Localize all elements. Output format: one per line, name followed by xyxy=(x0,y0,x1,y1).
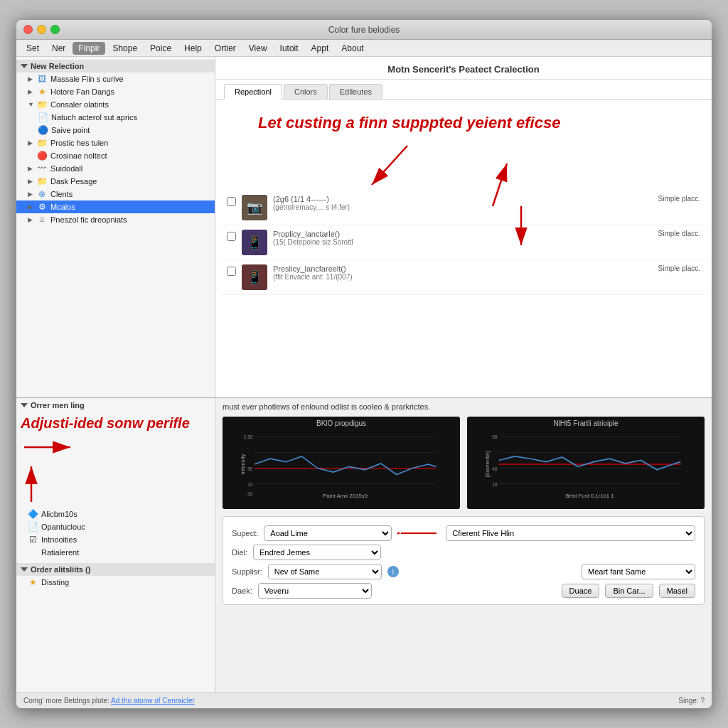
sidebar-item-suidodall[interactable]: ▶ 〰 Suidodall xyxy=(16,162,215,175)
sidebar-item-saive[interactable]: 🔵 Saive point xyxy=(16,124,215,136)
menu-item-ortier[interactable]: Ortier xyxy=(209,42,242,55)
item-text-2: Proplicy_lanctarle() (15( Detepoine siz … xyxy=(273,230,653,246)
expand-icon: ▶ xyxy=(28,88,35,95)
star-icon: ★ xyxy=(37,87,47,97)
arrow-label-select[interactable]: Cfierent Flive Hlin xyxy=(446,525,695,541)
list-row: 📱 Preslicy_lancfareelt() (ffit Envacle a… xyxy=(221,260,706,295)
svg-text:58: 58 xyxy=(492,434,498,439)
expand-icon: ▶ xyxy=(28,216,35,223)
svg-text:Intensity: Intensity xyxy=(240,454,246,474)
expand-icon: ▶ xyxy=(28,139,35,146)
chart1-title: BKlO propdigus xyxy=(225,419,457,427)
supplisr-label: Supplisr: xyxy=(232,567,262,576)
svg-text:-10: -10 xyxy=(246,491,253,496)
wave-icon: 〰 xyxy=(37,164,47,173)
diel-label: Diel: xyxy=(232,548,247,557)
sidebar-item-pneszol[interactable]: ▶ ≡ Pneszol fic dreopniats xyxy=(16,213,215,226)
menu-item-finpir[interactable]: Finpir xyxy=(73,42,105,55)
item-thumb-1: 📷 xyxy=(242,195,267,220)
expand-icon: ▶ xyxy=(28,75,35,82)
minimize-button[interactable] xyxy=(37,25,46,34)
expand-icon: ▶ xyxy=(28,203,35,210)
row-checkbox-2[interactable] xyxy=(227,232,236,241)
statusbar-text: Comg' more Betdngs plote: Ad tho atonw o… xyxy=(23,697,195,705)
circle-icon: ⊕ xyxy=(37,189,47,199)
daek-select[interactable]: Veveru xyxy=(258,583,372,599)
supect-select[interactable]: Aoad Lime xyxy=(264,525,392,541)
tab-edlleutes[interactable]: Edlleutes xyxy=(329,84,382,99)
bin-car-button[interactable]: Bin Car... xyxy=(605,584,653,598)
titlebar: Color fure belodies xyxy=(16,20,712,40)
sidebar-item-hotore[interactable]: ▶ ★ Hotore Fan Dangs xyxy=(16,85,215,98)
sidebar-item-consaler[interactable]: ▼ 📁 Consaler olatints xyxy=(16,98,215,111)
item-thumb-3: 📱 xyxy=(242,264,267,290)
duace-button[interactable]: Duace xyxy=(562,584,600,598)
sidebar-section2-header: Order alitsliits () xyxy=(16,563,215,576)
sidebar-item-crosinae[interactable]: 🔴 Crosinae noltect xyxy=(16,149,215,162)
maximize-button[interactable] xyxy=(50,25,60,34)
sidebar-item-dask[interactable]: ▶ 📁 Dask Pesage xyxy=(16,175,215,188)
svg-text:Paint Amo 2015s9: Paint Amo 2015s9 xyxy=(323,493,368,499)
sidebar-section-label: New Relection xyxy=(31,62,84,70)
menu-item-poice[interactable]: Poice xyxy=(144,42,177,55)
sidebar-item-rati[interactable]: Ratialerent xyxy=(16,546,215,559)
bottom-left-header: Orrer men ling xyxy=(16,398,215,412)
svg-text:90: 90 xyxy=(247,466,253,471)
sidebar-item-massale[interactable]: ▶ 🖼 Massale Fiin s curive xyxy=(16,73,215,85)
check-icon: ☑ xyxy=(28,535,38,545)
expand-icon: ▶ xyxy=(28,178,35,185)
sidebar-item-intn[interactable]: ☑ Intnooities xyxy=(16,533,215,546)
tab-repectionl[interactable]: Repectionl xyxy=(224,84,282,100)
arrow-indicator-3 xyxy=(500,199,542,258)
info-icon: i xyxy=(387,566,399,577)
star-icon: ★ xyxy=(28,577,38,587)
masel-button[interactable]: Masel xyxy=(659,584,695,598)
menu-item-appt[interactable]: Appt xyxy=(306,42,335,55)
sidebar-item-prostic[interactable]: ▶ 📁 Prostic hes tulen xyxy=(16,136,215,149)
menu-item-view[interactable]: View xyxy=(243,42,273,55)
row-checkbox-3[interactable] xyxy=(227,267,236,276)
supect-label: Supect: xyxy=(232,529,258,537)
menu-item-ner[interactable]: Ner xyxy=(46,42,71,55)
arrow-indicator xyxy=(358,139,414,198)
statusbar-link[interactable]: Ad tho atonw of Cenraicler xyxy=(111,697,195,705)
bottom-section: Orrer men ling Adjusti-ided sonw perifle xyxy=(16,398,712,692)
supplisr-select[interactable]: Nev of Same xyxy=(268,564,382,579)
svg-text:13: 13 xyxy=(247,482,253,487)
sidebar-item-clents[interactable]: ▶ ⊕ Clents xyxy=(16,188,215,200)
menu-item-shope[interactable]: Shope xyxy=(107,42,143,55)
daek-label: Daek: xyxy=(232,587,252,595)
folder-icon: 📁 xyxy=(37,100,47,109)
form-panel: Supect: Aoad Lime xyxy=(223,516,705,605)
sidebar-item-alicbm[interactable]: 🔷 Alicbm10s xyxy=(16,508,215,520)
row-checkbox-1[interactable] xyxy=(227,197,236,206)
diel-select[interactable]: Endred Jemes xyxy=(253,545,381,560)
menu-item-help[interactable]: Help xyxy=(178,42,208,55)
statusbar-right: Singe: ? xyxy=(678,697,705,705)
item-badge-2: Simple dlacc. xyxy=(658,230,700,237)
top-section: New Relection ▶ 🖼 Massale Fiin s curive … xyxy=(16,57,712,398)
sidebar-item-opant[interactable]: 📄 Opantuclouc xyxy=(16,520,215,533)
window-title: Color fure belodies xyxy=(328,25,400,35)
image-icon: 🖼 xyxy=(37,74,47,84)
menubar: SetNerFinpirShopePoiceHelpOrtierViewIuto… xyxy=(16,40,712,57)
svg-text:2.50: 2.50 xyxy=(244,434,253,439)
menu-item-about[interactable]: About xyxy=(336,42,369,55)
close-button[interactable] xyxy=(23,25,33,34)
gear-icon: ⚙ xyxy=(37,202,47,212)
chart1-svg: Intensity Paint Amo 2015s9 xyxy=(225,429,457,500)
sidebar-item-natuch[interactable]: 📄 Natuch acterol sut aprics xyxy=(16,111,215,124)
image-icon: 🔴 xyxy=(37,151,47,161)
tab-cnlors[interactable]: Cnlors xyxy=(284,84,328,99)
arrow-up-icon xyxy=(21,463,42,505)
chart1-container: BKlO propdigus Intensity xyxy=(223,417,460,509)
sidebar-item-dissting[interactable]: ★ Dissting xyxy=(16,576,215,589)
svg-text:[Sovrentin]: [Sovrentin] xyxy=(484,451,491,477)
menu-item-iutoit[interactable]: Iutoit xyxy=(274,42,304,55)
supplisr-row: Supplisr: Nev of Same i Meart fant Same xyxy=(232,564,695,579)
image-icon: 🔵 xyxy=(38,125,48,135)
sidebar-item-mcalos[interactable]: ▶ ⚙ Mcalos xyxy=(16,200,215,213)
expand-icon: ▶ xyxy=(28,165,35,172)
right-select[interactable]: Meart fant Same xyxy=(582,564,695,579)
menu-item-set[interactable]: Set xyxy=(21,42,45,55)
